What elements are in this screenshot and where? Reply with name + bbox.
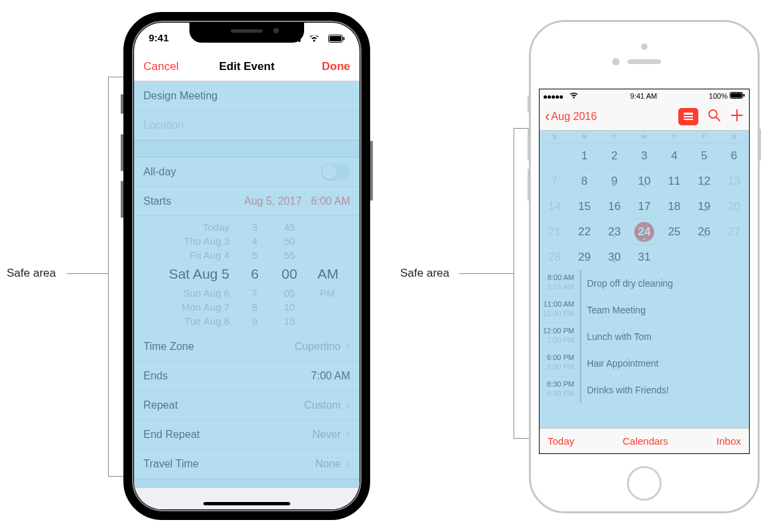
home-button[interactable]: [627, 466, 662, 501]
event-title-field[interactable]: Design Meeting: [134, 81, 359, 111]
picker-row[interactable]: Today345: [134, 220, 359, 234]
repeat-label: Repeat: [143, 399, 304, 411]
timezone-row[interactable]: Time Zone Cupertino ›: [134, 332, 359, 361]
day-cell[interactable]: 20: [719, 200, 749, 213]
repeat-row[interactable]: Repeat Custom ›: [134, 391, 359, 420]
day-cell[interactable]: 14: [540, 200, 570, 213]
day-cell[interactable]: 25: [659, 225, 689, 239]
agenda-row[interactable]: 12:00 PM1:00 PMLunch with Tom: [540, 323, 749, 350]
day-cell[interactable]: 17: [630, 200, 660, 213]
event-location-field[interactable]: Location: [134, 111, 359, 140]
day-cell[interactable]: 22: [570, 225, 600, 239]
done-button[interactable]: Done: [299, 60, 351, 73]
chevron-left-icon: ‹: [545, 108, 550, 125]
agenda-row[interactable]: 6:00 PM9:00 PMHair Appointment: [540, 350, 749, 377]
wifi-icon: [570, 93, 578, 99]
day-cell[interactable]: 8: [570, 175, 600, 188]
allday-row[interactable]: All-day: [134, 157, 359, 187]
back-button[interactable]: ‹ Aug 2016: [545, 108, 597, 125]
day-cell[interactable]: 6: [719, 149, 749, 163]
endrepeat-row[interactable]: End Repeat Never ›: [134, 420, 359, 449]
day-cell[interactable]: 30: [600, 251, 630, 264]
safe-area-label-1: Safe area: [7, 267, 56, 280]
agenda-time: 11:00 AM12:00 PM: [540, 297, 580, 323]
add-button[interactable]: [730, 109, 744, 125]
agenda-title: Hair Appointment: [582, 350, 664, 376]
agenda-list: 8:00 AM8:15 AMDrop off dry cleaning11:00…: [540, 270, 749, 403]
statusbar: 9:41 AM 100%: [540, 89, 749, 103]
today-button[interactable]: Today: [548, 435, 574, 447]
weekday-cell: T: [600, 133, 630, 140]
endrepeat-value: Never: [312, 429, 341, 441]
inbox-button[interactable]: Inbox: [716, 435, 741, 447]
day-cell[interactable]: 21: [540, 225, 570, 239]
starts-date: Aug 5, 2017: [244, 195, 301, 207]
day-cell[interactable]: 16: [600, 200, 630, 213]
iphone-x-frame: 9:41 Cancel Edit Event Done Design Meeti…: [123, 12, 370, 520]
calendar-content: SMTWTFS 12345678910111213141516171819202…: [540, 131, 749, 428]
day-cell[interactable]: 26: [689, 225, 719, 239]
agenda-time: 6:00 PM9:00 PM: [540, 350, 580, 376]
day-cell[interactable]: 12: [689, 175, 719, 188]
day-cell[interactable]: 13: [719, 175, 749, 188]
day-cell[interactable]: 28: [540, 251, 570, 264]
picker-row[interactable]: Sat Aug 5600AM: [134, 262, 359, 286]
back-label: Aug 2016: [551, 111, 597, 123]
picker-row[interactable]: Tue Aug 8915: [134, 314, 359, 328]
agenda-time: 8:00 AM8:15 AM: [540, 270, 580, 296]
calendars-button[interactable]: Calendars: [622, 435, 668, 447]
day-cell[interactable]: 5: [689, 149, 719, 163]
home-indicator[interactable]: [203, 502, 290, 505]
picker-row[interactable]: Sun Aug 6705PM: [134, 286, 359, 300]
day-cell[interactable]: 3: [630, 149, 660, 163]
traveltime-row[interactable]: Travel Time None ›: [134, 449, 359, 479]
starts-row[interactable]: Starts Aug 5, 2017 6:00 AM: [134, 187, 359, 216]
day-cell[interactable]: 18: [659, 200, 689, 213]
day-cell[interactable]: 15: [570, 200, 600, 213]
event-title-value: Design Meeting: [143, 90, 350, 102]
month-row: 14151617181920: [540, 194, 749, 219]
view-mode-button[interactable]: [678, 108, 698, 125]
agenda-time: 8:30 PM9:30 PM: [540, 377, 580, 403]
day-cell[interactable]: 11: [659, 175, 689, 188]
day-cell[interactable]: 10: [630, 175, 660, 188]
event-dot: [613, 260, 616, 263]
day-cell[interactable]: 9: [600, 175, 630, 188]
chevron-right-icon: ›: [346, 457, 350, 471]
agenda-row[interactable]: 11:00 AM12:00 PMTeam Meeting: [540, 297, 749, 323]
svg-rect-8: [730, 93, 742, 98]
chevron-right-icon: ›: [346, 398, 350, 412]
day-cell[interactable]: 29: [570, 251, 600, 264]
day-cell[interactable]: 31: [630, 251, 660, 264]
picker-row[interactable]: Thu Aug 3450: [134, 234, 359, 248]
allday-switch[interactable]: [321, 163, 350, 181]
day-cell[interactable]: 4: [659, 149, 689, 163]
day-cell[interactable]: 24: [630, 222, 660, 242]
chevron-right-icon: ›: [346, 427, 350, 441]
day-cell[interactable]: 27: [719, 225, 749, 239]
agenda-title: Lunch with Tom: [582, 323, 657, 349]
picker-row[interactable]: Mon Aug 7810: [134, 300, 359, 314]
month-row: 28293031: [540, 245, 749, 270]
event-dot: [703, 235, 706, 237]
ends-label: Ends: [143, 370, 311, 382]
cancel-button[interactable]: Cancel: [143, 60, 195, 73]
ends-row[interactable]: Ends 7:00 AM: [134, 361, 359, 391]
search-button[interactable]: [708, 109, 721, 125]
svg-rect-9: [743, 94, 744, 97]
toolbar: Today Calendars Inbox: [540, 428, 749, 453]
picker-row[interactable]: Fri Aug 4555: [134, 248, 359, 262]
day-cell[interactable]: 19: [689, 200, 719, 213]
svg-rect-12: [684, 119, 693, 120]
agenda-row[interactable]: 8:30 PM9:30 PMDrinks with Friends!: [540, 377, 749, 403]
side-button: [759, 129, 761, 161]
date-picker[interactable]: Today345Thu Aug 3450Fri Aug 4555Sat Aug …: [134, 216, 359, 332]
day-cell[interactable]: 2: [600, 149, 630, 163]
day-cell[interactable]: 23: [600, 225, 630, 239]
day-cell[interactable]: 1: [570, 149, 600, 163]
day-cell[interactable]: 7: [540, 175, 570, 188]
content: Design Meeting Location All-day Starts A…: [134, 81, 359, 509]
event-dot: [613, 184, 616, 187]
agenda-row[interactable]: 8:00 AM8:15 AMDrop off dry cleaning: [540, 270, 749, 297]
agenda-title: Drop off dry cleaning: [582, 270, 678, 296]
